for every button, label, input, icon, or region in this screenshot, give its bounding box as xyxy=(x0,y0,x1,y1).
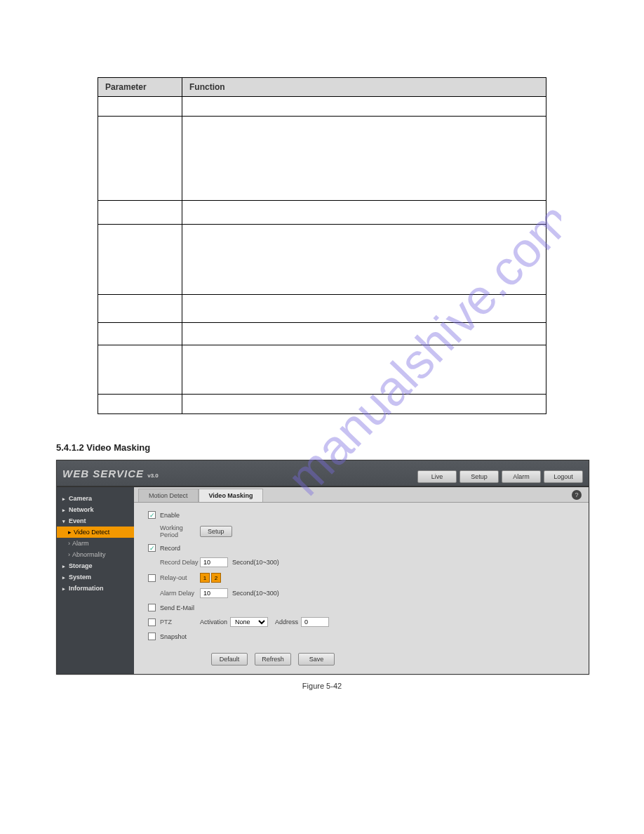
section-heading: 5.4.1.2 Video Masking xyxy=(56,442,588,453)
relay-2[interactable]: 2 xyxy=(211,573,221,583)
footer-buttons: Default Refresh Save xyxy=(211,653,575,666)
refresh-button[interactable]: Refresh xyxy=(255,653,291,666)
table-row xyxy=(98,201,546,225)
unit-alarm-delay: Second(10~300) xyxy=(232,590,279,597)
cell-func xyxy=(182,201,546,225)
sidebar-item-event[interactable]: ▾Event xyxy=(57,515,134,527)
cell-func xyxy=(182,295,546,323)
checkbox-record[interactable]: ✓ xyxy=(148,544,156,552)
cell-func xyxy=(182,97,546,117)
checkbox-ptz[interactable] xyxy=(148,618,156,626)
live-button[interactable]: Live xyxy=(417,470,457,483)
table-row xyxy=(98,323,546,345)
default-button[interactable]: Default xyxy=(211,653,248,666)
row-alarm-delay: Alarm Delay Second(10~300) xyxy=(148,588,575,598)
cell-func xyxy=(182,323,546,345)
row-enable: ✓ Enable xyxy=(148,511,575,519)
label-send-email: Send E-Mail xyxy=(160,604,194,611)
select-activation[interactable]: None xyxy=(230,617,268,627)
tab-video-masking[interactable]: Video Masking xyxy=(199,489,264,502)
row-send-email: Send E-Mail xyxy=(148,604,575,611)
webservice-logo: WEB SERVICE v3.0 xyxy=(62,468,159,479)
table-row xyxy=(98,395,546,414)
sidebar: ▸Camera▸Network▾Event▸Video Detect›Alarm… xyxy=(57,487,134,674)
cell-param xyxy=(98,201,182,225)
row-snapshot: Snapshot xyxy=(148,633,575,640)
row-relay-out: Relay-out 1 2 xyxy=(148,573,575,583)
label-enable: Enable xyxy=(160,512,180,519)
cell-param xyxy=(98,295,182,323)
row-working-period: Working Period Setup xyxy=(148,524,575,538)
cell-param xyxy=(98,323,182,345)
table-row xyxy=(98,345,546,395)
sidebar-item-network[interactable]: ▸Network xyxy=(57,504,134,515)
relay-1[interactable]: 1 xyxy=(200,573,210,583)
sidebar-item-system[interactable]: ▸System xyxy=(57,571,134,583)
sidebar-item-video-detect[interactable]: ▸Video Detect xyxy=(57,527,134,538)
table-row xyxy=(98,295,546,323)
sidebar-item-abnormality[interactable]: ›Abnormality xyxy=(57,549,134,560)
main-panel: Motion Detect Video Masking ? ✓ Enable W… xyxy=(134,487,589,674)
logo-sub: v3.0 xyxy=(147,472,159,479)
header-buttons: Live Setup Alarm Logout xyxy=(417,470,583,483)
row-record: ✓ Record xyxy=(148,544,575,552)
cell-func xyxy=(182,117,546,201)
checkbox-snapshot[interactable] xyxy=(148,633,156,640)
save-button[interactable]: Save xyxy=(298,653,335,666)
input-record-delay[interactable] xyxy=(200,557,228,567)
checkbox-send-email[interactable] xyxy=(148,604,156,611)
setup-button[interactable]: Setup xyxy=(459,470,499,483)
alarm-button[interactable]: Alarm xyxy=(502,470,541,483)
table-header-param: Parameter xyxy=(98,78,182,97)
table-row xyxy=(98,117,546,201)
setup-button[interactable]: Setup xyxy=(200,526,232,537)
parameter-table: Parameter Function xyxy=(98,77,546,414)
sidebar-item-information[interactable]: ▸Information xyxy=(57,583,134,594)
cell-func xyxy=(182,395,546,414)
table-row xyxy=(98,225,546,295)
figure-caption: Figure 5-42 xyxy=(56,682,588,690)
label-record-delay: Record Delay xyxy=(160,559,200,566)
table-header-func: Function xyxy=(182,78,546,97)
unit-record-delay: Second(10~300) xyxy=(232,559,279,566)
label-working-period: Working Period xyxy=(160,524,200,538)
cell-param xyxy=(98,225,182,295)
cell-func xyxy=(182,225,546,295)
cell-param xyxy=(98,117,182,201)
label-alarm-delay: Alarm Delay xyxy=(160,590,200,597)
label-record: Record xyxy=(160,545,180,552)
cell-param xyxy=(98,345,182,395)
input-alarm-delay[interactable] xyxy=(200,588,228,598)
label-ptz: PTZ xyxy=(160,618,200,626)
webservice-window: WEB SERVICE v3.0 Live Setup Alarm Logout… xyxy=(56,460,589,675)
row-ptz: PTZ Activation None Address xyxy=(148,617,575,627)
sidebar-item-alarm[interactable]: ›Alarm xyxy=(57,538,134,549)
cell-func xyxy=(182,345,546,395)
label-relay-out: Relay-out xyxy=(160,574,200,581)
checkbox-enable[interactable]: ✓ xyxy=(148,511,156,519)
label-activation: Activation xyxy=(200,618,227,626)
tabs-bar: Motion Detect Video Masking ? xyxy=(134,487,589,503)
cell-param xyxy=(98,97,182,117)
label-address: Address xyxy=(275,618,298,626)
table-row xyxy=(98,97,546,117)
logout-button[interactable]: Logout xyxy=(544,470,583,483)
cell-param xyxy=(98,395,182,414)
row-record-delay: Record Delay Second(10~300) xyxy=(148,557,575,567)
checkbox-relay-out[interactable] xyxy=(148,574,156,582)
logo-main: WEB SERVICE xyxy=(62,468,144,479)
help-icon[interactable]: ? xyxy=(572,490,582,500)
form-area: ✓ Enable Working Period Setup ✓ Record xyxy=(134,503,589,674)
input-address[interactable] xyxy=(301,617,329,627)
webservice-header: WEB SERVICE v3.0 Live Setup Alarm Logout xyxy=(57,461,589,487)
sidebar-item-storage[interactable]: ▸Storage xyxy=(57,560,134,571)
tab-motion-detect[interactable]: Motion Detect xyxy=(138,489,199,502)
label-snapshot: Snapshot xyxy=(160,633,187,640)
sidebar-item-camera[interactable]: ▸Camera xyxy=(57,493,134,504)
